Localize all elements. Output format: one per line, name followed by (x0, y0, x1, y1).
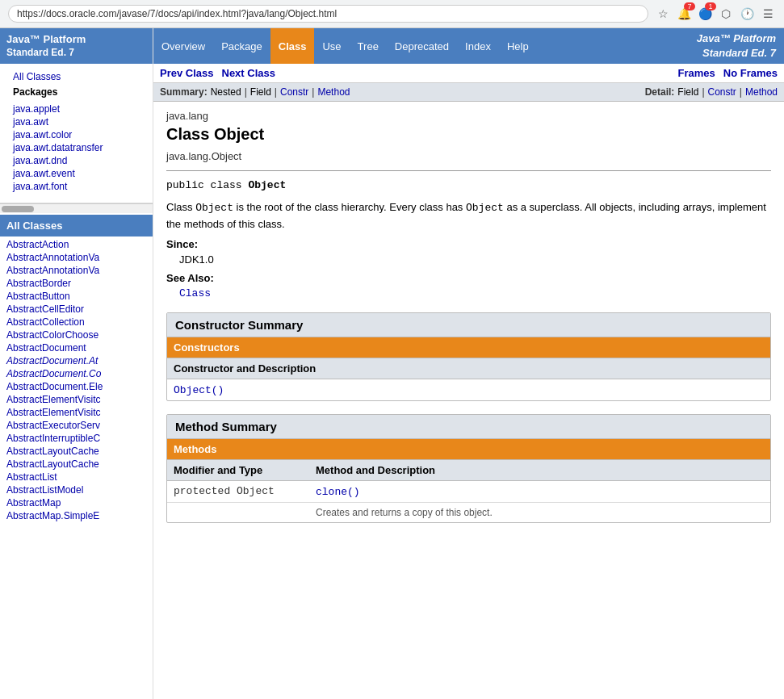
class-AbstractListModel[interactable]: AbstractListModel (0, 483, 153, 496)
sidebar-platform-title: Java™ Platform Standard Ed. 7 (0, 28, 153, 64)
package-java-awt-event[interactable]: java.awt.event (6, 167, 146, 180)
detail-field: Field (677, 86, 698, 98)
history-icon[interactable]: 🕐 (739, 6, 755, 22)
package-java-awt-dnd[interactable]: java.awt.dnd (6, 154, 146, 167)
sidebar-top: All Classes Packages java.applet java.aw… (0, 64, 153, 203)
summary-method[interactable]: Method (317, 86, 350, 98)
top-nav: Overview Package Class Use Tree Deprecat… (153, 28, 784, 64)
bookmark-icon[interactable]: ⬡ (718, 6, 734, 22)
package-label: java.lang (166, 110, 771, 122)
sidebar-scrollbar[interactable] (0, 203, 153, 213)
method-col-modifier-label: Modifier and Type (174, 464, 303, 476)
class-AbstractList[interactable]: AbstractList (0, 471, 153, 483)
detail-constr[interactable]: Constr (708, 86, 736, 98)
class-AbstractCollection[interactable]: AbstractCollection (0, 316, 153, 329)
nav-overview[interactable]: Overview (153, 28, 213, 64)
star-icon[interactable]: ☆ (655, 6, 671, 22)
prev-class-link[interactable]: Prev Class (160, 67, 214, 79)
method-col-desc-label: Method and Description (316, 464, 435, 476)
addon-icon-1[interactable]: 🔔 7 (676, 6, 692, 22)
class-AbstractAnnotationVa-1[interactable]: AbstractAnnotationVa (0, 251, 153, 264)
nav-tree[interactable]: Tree (350, 28, 387, 64)
sidebar: Java™ Platform Standard Ed. 7 All Classe… (0, 28, 153, 699)
nav-use[interactable]: Use (314, 28, 349, 64)
class-AbstractInterruptibleC[interactable]: AbstractInterruptibleC (0, 432, 153, 445)
method-clone-modifier: protected Object (174, 485, 303, 498)
class-AbstractDocument-Ele[interactable]: AbstractDocument.Ele (0, 380, 153, 393)
sub-nav: Prev Class Next Class Frames No Frames (153, 64, 784, 83)
constructor-col-label: Constructor and Description (174, 362, 316, 375)
class-AbstractExecutorServ[interactable]: AbstractExecutorServ (0, 419, 153, 432)
sidebar-scroll-thumb (2, 206, 34, 212)
method-placeholder-modifier (174, 507, 303, 518)
badge-2: 1 (705, 2, 716, 10)
constructor-object-link[interactable]: Object() (174, 384, 224, 396)
sidebar-all-classes-header: All Classes (0, 215, 153, 236)
class-AbstractElementVisitc-2[interactable]: AbstractElementVisitc (0, 406, 153, 419)
method-summary-header: Method Summary (167, 415, 770, 439)
nav-help[interactable]: Help (499, 28, 537, 64)
addon-icon-2[interactable]: 🔵 1 (697, 6, 713, 22)
main-content: java.lang Class Object java.lang.Object … (153, 102, 784, 699)
nav-deprecated[interactable]: Deprecated (387, 28, 457, 64)
method-row-placeholder: Creates and returns a copy of this objec… (167, 503, 770, 522)
url-bar[interactable]: https://docs.oracle.com/javase/7/docs/ap… (8, 5, 648, 23)
class-AbstractLayoutCache-2[interactable]: AbstractLayoutCache (0, 458, 153, 471)
menu-icon[interactable]: ☰ (760, 6, 776, 22)
no-frames-link[interactable]: No Frames (723, 67, 778, 79)
platform-title-right: Java™ PlatformStandard Ed. 7 (689, 28, 784, 64)
constructor-summary-section: Constructor Summary Constructors Constru… (166, 312, 771, 401)
see-also-class-link[interactable]: Class (179, 287, 771, 299)
nav-class[interactable]: Class (270, 28, 315, 64)
method-col-headers: Modifier and Type Method and Description (167, 460, 770, 481)
class-AbstractCellEditor[interactable]: AbstractCellEditor (0, 303, 153, 316)
constructor-row: Object() (167, 379, 770, 400)
class-AbstractMap[interactable]: AbstractMap (0, 496, 153, 509)
class-AbstractColorChoose[interactable]: AbstractColorChoose (0, 329, 153, 341)
browser-chrome: https://docs.oracle.com/javase/7/docs/ap… (0, 0, 784, 28)
constructors-table-header: Constructors (167, 337, 770, 358)
class-AbstractDocument-Co[interactable]: AbstractDocument.Co (0, 367, 153, 380)
summary-constr[interactable]: Constr (280, 86, 308, 98)
class-AbstractButton[interactable]: AbstractButton (0, 290, 153, 303)
package-java-awt-font[interactable]: java.awt.font (6, 180, 146, 193)
platform-title-line2: Standard Ed. 7 (6, 47, 74, 58)
since-label: Since: (166, 238, 771, 250)
package-java-awt[interactable]: java.awt (6, 115, 146, 128)
content-area: Overview Package Class Use Tree Deprecat… (153, 28, 784, 699)
package-java-awt-datatransfer[interactable]: java.awt.datatransfer (6, 141, 146, 154)
method-clone-link[interactable]: clone() (316, 486, 360, 498)
package-java-awt-color[interactable]: java.awt.color (6, 128, 146, 141)
summary-field: Field (250, 86, 271, 98)
package-java-applet[interactable]: java.applet (6, 103, 146, 115)
detail-label: Detail: (645, 86, 675, 98)
packages-label: Packages (6, 83, 146, 99)
method-placeholder-desc: Creates and returns a copy of this objec… (316, 507, 493, 518)
nav-index[interactable]: Index (457, 28, 499, 64)
see-also-label: See Also: (166, 272, 771, 284)
summary-label: Summary: (160, 86, 208, 98)
class-AbstractDocument-At[interactable]: AbstractDocument.At (0, 354, 153, 367)
frames-link[interactable]: Frames (678, 67, 715, 79)
methods-table-header: Methods (167, 439, 770, 460)
class-AbstractAction[interactable]: AbstractAction (0, 238, 153, 251)
platform-title-line1: Java™ Platform (6, 33, 146, 47)
all-classes-link[interactable]: All Classes (6, 70, 146, 83)
class-signature: public class Object (166, 179, 771, 191)
class-hierarchy: java.lang.Object (166, 150, 771, 162)
nav-package[interactable]: Package (213, 28, 270, 64)
class-AbstractDocument[interactable]: AbstractDocument (0, 341, 153, 354)
method-clone-sig: clone() (316, 485, 360, 498)
class-AbstractBorder[interactable]: AbstractBorder (0, 277, 153, 290)
sidebar-packages: java.applet java.awt java.awt.color java… (6, 99, 146, 196)
constructor-col-header: Constructor and Description (167, 358, 770, 379)
since-section: Since: JDK1.0 (166, 238, 771, 266)
class-AbstractElementVisitc-1[interactable]: AbstractElementVisitc (0, 393, 153, 406)
main-layout: Java™ Platform Standard Ed. 7 All Classe… (0, 28, 784, 699)
sidebar-class-list: AbstractAction AbstractAnnotationVa Abst… (0, 236, 153, 699)
detail-method[interactable]: Method (745, 86, 778, 98)
class-AbstractAnnotationVa-2[interactable]: AbstractAnnotationVa (0, 264, 153, 277)
next-class-link[interactable]: Next Class (222, 67, 275, 79)
class-AbstractMap-SimpleE[interactable]: AbstractMap.SimpleE (0, 509, 153, 522)
class-AbstractLayoutCache-1[interactable]: AbstractLayoutCache (0, 445, 153, 458)
